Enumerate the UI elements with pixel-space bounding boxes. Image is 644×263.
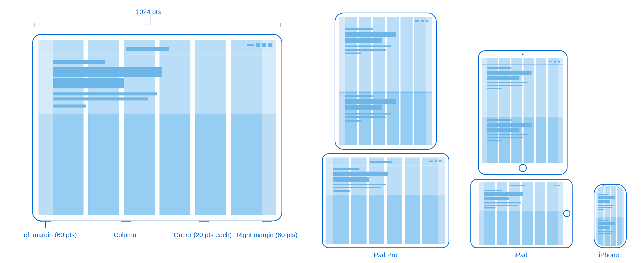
callout-gutter: Gutter (20 pts each): [174, 231, 232, 239]
home-button-icon: [519, 164, 527, 172]
heading-block: [53, 67, 162, 77]
dim-line-top: [34, 25, 280, 25]
callout-tick-right: [267, 221, 267, 228]
status-bar: [247, 43, 272, 47]
heading-block: [53, 78, 124, 88]
text-line: [53, 97, 148, 100]
home-button-icon: [563, 210, 570, 217]
dim-tick-right: [280, 23, 280, 27]
text-line: [53, 104, 86, 108]
device-ipad-landscape: [470, 179, 573, 248]
device-ipad-pro-landscape: [322, 153, 449, 248]
dim-tick-left: [34, 23, 34, 27]
callout-column: Column: [114, 231, 136, 239]
callout-tick-gutter: [204, 221, 204, 228]
camera-icon: [522, 54, 524, 55]
device-label-ipad: iPad: [514, 251, 528, 259]
device-iphone: [594, 184, 627, 248]
device-screen: [38, 40, 276, 215]
device-ipad-pro-portrait: [335, 13, 437, 150]
callout-cap: [262, 221, 272, 222]
callout-cap: [121, 221, 131, 222]
callout-cap: [199, 221, 209, 222]
callout-left-margin: Left margin (60 pts): [20, 231, 77, 239]
callout-tick-left: [45, 221, 46, 228]
dim-connector: [150, 15, 150, 25]
device-ipad-pro-large: [32, 34, 282, 221]
device-label-ipad-pro: iPad Pro: [372, 251, 397, 259]
dim-total-width-label: 1024 pts: [136, 8, 161, 16]
callout-right-margin: Right margin (60 pts): [236, 231, 298, 239]
device-label-iphone: iPhone: [599, 251, 619, 259]
callout-tick-column: [126, 221, 126, 228]
device-ipad-portrait: [478, 50, 568, 175]
text-line: [53, 92, 157, 95]
tab-bar: [126, 47, 169, 51]
text-line: [53, 60, 105, 64]
callout-cap: [40, 221, 51, 222]
